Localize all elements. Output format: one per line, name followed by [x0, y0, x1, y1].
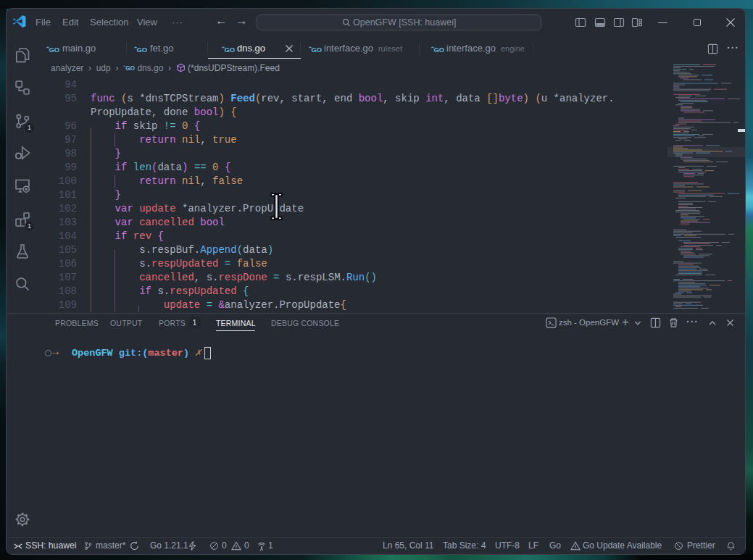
- svg-text:GO: GO: [225, 46, 235, 54]
- svg-text:GO: GO: [137, 46, 147, 54]
- svg-text:GO: GO: [49, 46, 59, 54]
- svg-text:GO: GO: [125, 64, 135, 72]
- svg-text:GO: GO: [434, 46, 444, 54]
- svg-text:GO: GO: [312, 46, 322, 54]
